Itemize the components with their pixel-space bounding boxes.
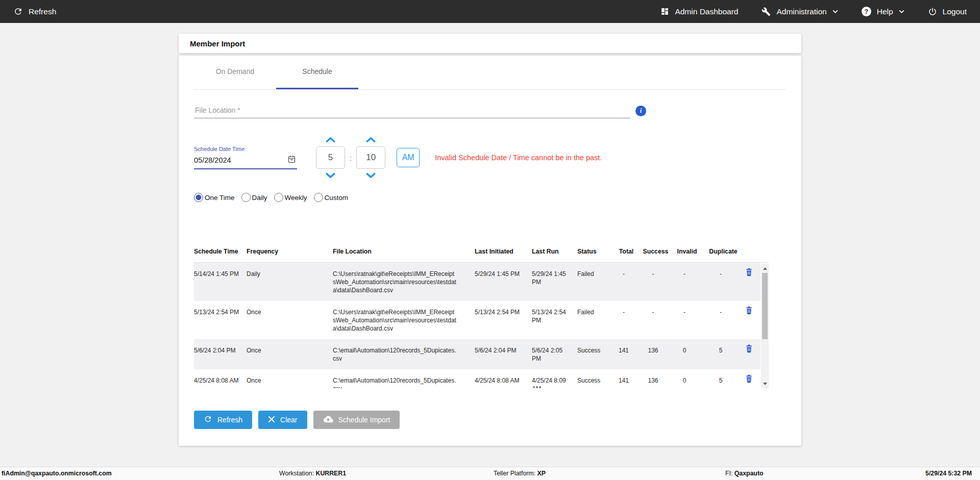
table-row: 5/14/24 1:45 PMDailyC:\Users\ratnak\git\… xyxy=(194,263,761,301)
frequency-radio-group: One Time Daily Weekly Custom xyxy=(194,193,786,202)
daily-radio[interactable] xyxy=(241,193,251,202)
schedule-import-button[interactable]: Schedule Import xyxy=(313,411,400,429)
table-row: 5/13/24 2:54 PMOnceC:\Users\ratnak\git\e… xyxy=(194,301,761,339)
cell-frequency: Once xyxy=(247,339,333,369)
cell-invalid: - xyxy=(672,301,702,339)
refresh-button[interactable]: Refresh xyxy=(194,411,252,429)
administration-menu[interactable]: Administration xyxy=(762,7,838,16)
member-import-card: On Demand Schedule i Schedule Date Time … xyxy=(179,56,801,446)
column-header-total: Total xyxy=(613,248,640,255)
trash-icon xyxy=(745,268,753,276)
cell-schedule-time: 4/25/24 8:08 AM xyxy=(194,369,247,388)
admin-dashboard-label: Admin Dashboard xyxy=(675,7,738,16)
trash-icon xyxy=(745,374,753,383)
schedule-import-button-label: Schedule Import xyxy=(338,416,390,424)
hour-stepper: 5 xyxy=(316,136,345,180)
cell-duplicate: - xyxy=(702,263,744,301)
one-time-label: One Time xyxy=(205,194,235,201)
action-buttons-row: Refresh Clear Schedule Import xyxy=(194,411,786,429)
delete-row-button[interactable] xyxy=(744,267,754,277)
footer-datetime: 5/29/24 5:32 PM xyxy=(925,467,972,480)
frequency-option-one-time[interactable]: One Time xyxy=(194,193,235,202)
column-header-status: Status xyxy=(577,248,613,255)
schedule-date-label: Schedule Date Time xyxy=(194,146,297,152)
hour-decrement-button[interactable] xyxy=(318,171,342,180)
scrollbar-down-arrow[interactable] xyxy=(761,380,769,387)
cell-total: - xyxy=(613,263,640,301)
cell-invalid: 0 xyxy=(672,339,702,369)
footer-fi: FI: Qaxpauto xyxy=(725,467,764,480)
chevron-down-icon xyxy=(832,10,838,13)
minute-stepper: 10 xyxy=(356,136,385,180)
scrollbar-thumb[interactable] xyxy=(762,273,768,339)
am-pm-toggle[interactable]: AM xyxy=(397,148,420,167)
fi-label: FI: xyxy=(725,470,732,477)
cell-success: 136 xyxy=(640,369,672,388)
file-location-input[interactable] xyxy=(194,103,630,118)
frequency-option-custom[interactable]: Custom xyxy=(314,193,349,202)
schedule-error-message: Invalid Schedule Date / Time cannot be i… xyxy=(435,154,602,162)
cell-total: 141 xyxy=(613,369,640,388)
cell-frequency: Once xyxy=(247,369,333,388)
delete-row-button[interactable] xyxy=(744,305,754,316)
cell-duplicate: 5 xyxy=(702,339,744,369)
weekly-radio[interactable] xyxy=(274,193,283,202)
cell-last-run: 4/25/24 8:09 AM xyxy=(532,369,577,388)
cell-last-run: 5/6/24 2:05 PM xyxy=(532,339,577,369)
tab-schedule[interactable]: Schedule xyxy=(276,56,358,89)
refresh-icon xyxy=(13,7,23,16)
custom-radio[interactable] xyxy=(314,193,323,202)
time-separator: : xyxy=(350,154,352,162)
tab-on-demand[interactable]: On Demand xyxy=(194,56,276,89)
minute-decrement-button[interactable] xyxy=(359,171,383,180)
help-menu[interactable]: ? Help xyxy=(862,7,904,16)
frequency-option-weekly[interactable]: Weekly xyxy=(274,193,307,202)
trash-icon xyxy=(745,344,753,353)
weekly-label: Weekly xyxy=(285,194,307,201)
admin-dashboard-button[interactable]: Admin Dashboard xyxy=(660,7,738,16)
cell-status: Failed xyxy=(577,301,613,339)
scrollbar-up-arrow[interactable] xyxy=(761,265,769,272)
table-scrollbar[interactable] xyxy=(761,264,769,388)
delete-row-button[interactable] xyxy=(744,373,754,384)
schedule-datetime-row: Schedule Date Time 05/28/2024 5 : xyxy=(194,136,786,180)
hour-increment-button[interactable] xyxy=(318,136,342,144)
refresh-icon xyxy=(204,415,212,425)
hour-value[interactable]: 5 xyxy=(316,146,345,169)
custom-label: Custom xyxy=(325,194,349,201)
minute-increment-button[interactable] xyxy=(359,136,383,144)
help-label: Help xyxy=(877,7,893,16)
clear-button[interactable]: Clear xyxy=(258,411,307,429)
logout-label: Logout xyxy=(943,7,967,16)
calendar-icon[interactable] xyxy=(288,155,296,165)
trash-icon xyxy=(745,306,753,315)
footer-workstation: Workstation: KURRER1 xyxy=(279,467,346,480)
column-header-last-initiated: Last Initiated xyxy=(475,248,532,255)
refresh-nav-button[interactable]: Refresh xyxy=(13,7,56,16)
delete-row-button[interactable] xyxy=(744,343,754,354)
clear-button-label: Clear xyxy=(280,416,297,424)
cell-last-run: 5/13/24 2:54 PM xyxy=(532,301,577,339)
close-icon xyxy=(268,416,275,424)
scheduled-imports-table: Schedule Time Frequency File Location La… xyxy=(194,248,769,388)
cell-total: - xyxy=(613,301,640,339)
minute-value[interactable]: 10 xyxy=(356,146,385,169)
teller-platform-label: Teller Platform: xyxy=(494,470,535,477)
logout-button[interactable]: Logout xyxy=(928,7,967,16)
one-time-radio[interactable] xyxy=(194,193,203,202)
cell-schedule-time: 5/6/24 2:04 PM xyxy=(194,339,247,369)
power-icon xyxy=(928,7,937,16)
top-navbar: Refresh Admin Dashboard Administration ?… xyxy=(0,0,980,23)
schedule-date-group: Schedule Date Time 05/28/2024 xyxy=(194,146,297,169)
info-icon[interactable]: i xyxy=(635,106,646,116)
cell-duplicate: 5 xyxy=(702,369,744,388)
column-header-duplicate: Duplicate xyxy=(702,248,744,255)
cell-actions xyxy=(744,263,761,301)
schedule-date-input[interactable]: 05/28/2024 xyxy=(194,155,297,169)
page-title-card: Member Import xyxy=(179,34,801,53)
table-header-row: Schedule Time Frequency File Location La… xyxy=(194,248,769,263)
workstation-value: KURRER1 xyxy=(316,470,346,477)
cell-last-initiated: 4/25/24 8:08 AM xyxy=(475,369,532,388)
frequency-option-daily[interactable]: Daily xyxy=(241,193,267,202)
help-icon: ? xyxy=(862,7,871,16)
